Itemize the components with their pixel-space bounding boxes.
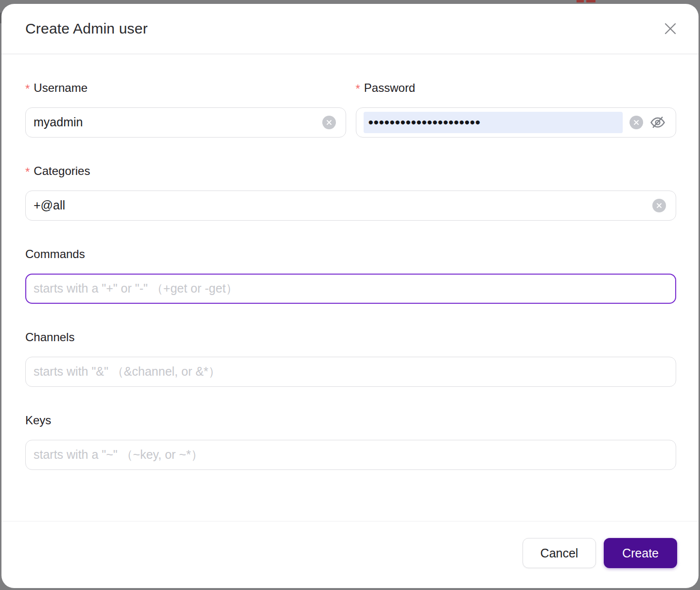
toggle-password-visibility-button[interactable] <box>649 114 666 131</box>
keys-field-group: Keys <box>25 413 676 470</box>
categories-field-group: * Categories <box>25 164 676 221</box>
background-artifact <box>586 0 595 2</box>
channels-input[interactable] <box>25 357 676 387</box>
modal-body: * Username <box>1 54 699 521</box>
required-asterisk: * <box>356 83 360 95</box>
categories-clear-button[interactable] <box>652 199 666 212</box>
password-field-group: * Password ••••••••••••••••••••• <box>356 81 677 138</box>
username-label: * Username <box>25 81 346 95</box>
categories-label: * Categories <box>25 164 676 178</box>
clear-icon <box>656 203 662 208</box>
username-input-box <box>25 107 346 138</box>
required-asterisk: * <box>25 83 30 95</box>
channels-field-group: Channels <box>25 330 676 387</box>
username-input[interactable] <box>34 115 322 129</box>
required-asterisk: * <box>25 166 30 178</box>
clear-icon <box>326 120 332 125</box>
modal-title: Create Admin user <box>25 20 148 37</box>
modal-header: Create Admin user <box>1 4 699 53</box>
commands-label: Commands <box>25 247 676 261</box>
keys-label: Keys <box>25 413 676 428</box>
username-clear-button[interactable] <box>322 116 336 129</box>
cancel-button[interactable]: Cancel <box>523 538 596 568</box>
categories-input-box <box>25 191 676 221</box>
password-label: * Password <box>356 81 677 95</box>
create-admin-user-modal: Create Admin user * Username <box>1 4 699 588</box>
username-field-group: * Username <box>25 81 346 138</box>
clear-icon <box>633 120 639 125</box>
commands-input[interactable] <box>25 274 676 304</box>
create-button[interactable]: Create <box>604 538 677 568</box>
password-autofill-highlight: ••••••••••••••••••••• <box>364 112 623 133</box>
background-artifact <box>577 0 584 2</box>
password-masked-value: ••••••••••••••••••••• <box>368 112 481 133</box>
commands-field-group: Commands <box>25 247 676 304</box>
close-icon <box>663 21 678 36</box>
close-button[interactable] <box>661 19 680 38</box>
username-password-row: * Username <box>25 81 676 164</box>
password-clear-button[interactable] <box>630 116 643 129</box>
channels-label: Channels <box>25 330 676 345</box>
eye-invisible-icon <box>649 114 666 131</box>
keys-input[interactable] <box>25 440 676 470</box>
modal-footer: Cancel Create <box>1 521 699 588</box>
categories-input[interactable] <box>34 198 652 212</box>
password-input-box[interactable]: ••••••••••••••••••••• <box>356 107 677 138</box>
